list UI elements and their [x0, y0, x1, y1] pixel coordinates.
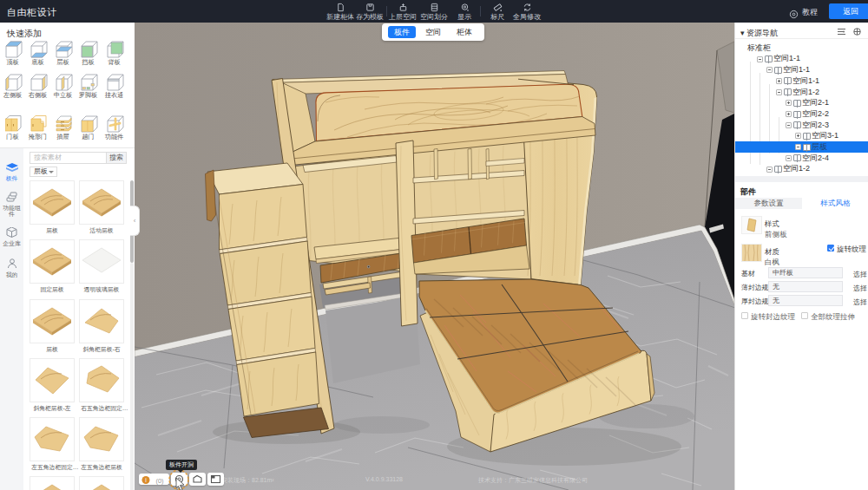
- svg-text:(0): (0): [155, 477, 164, 485]
